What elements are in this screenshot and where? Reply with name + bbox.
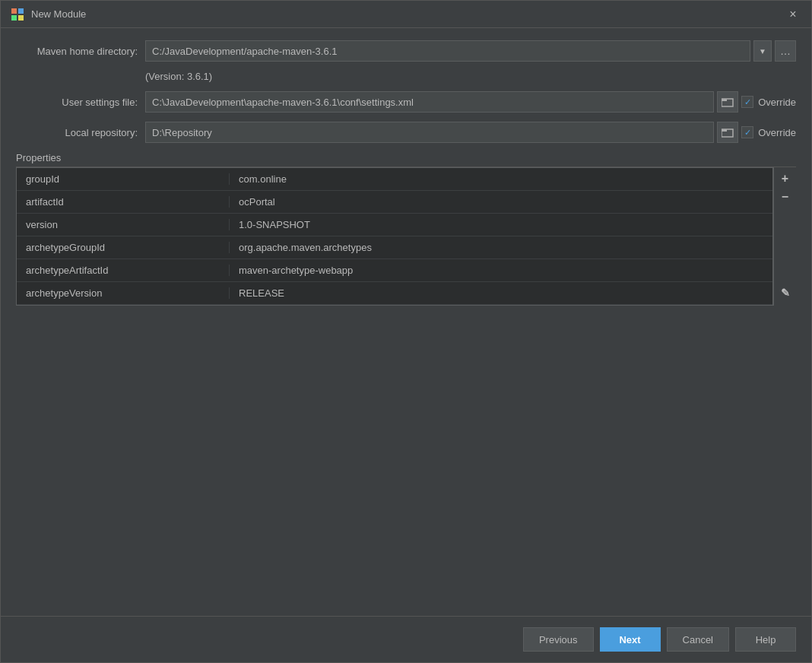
properties-section-header: Properties [16, 152, 796, 167]
prop-value: com.online [230, 173, 772, 185]
properties-table: groupId com.online artifactId ocPortal v… [16, 167, 773, 306]
svg-rect-3 [18, 15, 24, 21]
maven-version-text: (Version: 3.6.1) [145, 71, 796, 82]
local-repo-label: Local repository: [16, 127, 138, 138]
help-button[interactable]: Help [735, 627, 796, 652]
button-bar: Previous Next Cancel Help [1, 616, 811, 662]
table-row[interactable]: archetypeArtifactId maven-archetype-weba… [17, 259, 772, 282]
prop-key: version [17, 219, 230, 230]
user-settings-row: User settings file: ✓ Override [16, 91, 796, 113]
properties-table-container: groupId com.online artifactId ocPortal v… [16, 167, 796, 306]
user-settings-input-group: ✓ Override [145, 91, 796, 113]
maven-home-field[interactable] [145, 40, 750, 62]
svg-rect-1 [18, 8, 24, 14]
prop-value: maven-archetype-webapp [230, 265, 772, 276]
prop-key: groupId [17, 173, 230, 185]
prop-value: 1.0-SNAPSHOT [230, 219, 772, 230]
title-bar-left: New Module [10, 7, 86, 22]
close-button[interactable]: × [784, 5, 802, 24]
prop-key: artifactId [17, 196, 230, 208]
local-repo-field[interactable] [145, 122, 714, 143]
maven-home-row: Maven home directory: ▼ … [16, 40, 796, 62]
prop-value: RELEASE [230, 287, 772, 299]
prop-value: org.apache.maven.archetypes [230, 242, 772, 253]
new-module-dialog: New Module × Maven home directory: ▼ … (… [0, 0, 812, 663]
svg-rect-0 [11, 8, 17, 14]
user-settings-override-group: ✓ Override [741, 96, 796, 108]
cancel-button[interactable]: Cancel [667, 627, 729, 652]
user-settings-override-label: Override [758, 97, 796, 108]
next-button[interactable]: Next [600, 627, 661, 652]
maven-home-label: Maven home directory: [16, 46, 138, 57]
local-repo-override-label: Override [758, 127, 796, 138]
title-bar: New Module × [1, 1, 811, 28]
user-settings-browse-btn[interactable] [717, 91, 738, 113]
local-repo-row: Local repository: ✓ Override [16, 122, 796, 143]
remove-property-btn[interactable]: − [777, 189, 794, 205]
prop-key: archetypeArtifactId [17, 265, 230, 276]
maven-home-browse-btn[interactable]: … [775, 40, 796, 62]
svg-rect-5 [722, 99, 727, 101]
table-row[interactable]: archetypeGroupId org.apache.maven.archet… [17, 236, 772, 259]
prop-key: archetypeVersion [17, 287, 230, 299]
local-repo-override-checkbox[interactable]: ✓ [741, 126, 753, 138]
properties-section: Properties groupId com.online artifactId… [16, 152, 796, 306]
module-icon [10, 7, 25, 22]
previous-button[interactable]: Previous [523, 627, 594, 652]
add-property-btn[interactable]: + [777, 170, 794, 187]
dialog-title: New Module [31, 8, 86, 20]
table-row[interactable]: artifactId ocPortal [17, 191, 772, 214]
user-settings-override-checkbox[interactable]: ✓ [741, 96, 753, 108]
prop-key: archetypeGroupId [17, 242, 230, 253]
user-settings-label: User settings file: [16, 97, 138, 108]
svg-rect-7 [722, 129, 727, 132]
table-row[interactable]: archetypeVersion RELEASE [17, 282, 772, 305]
prop-value: ocPortal [230, 196, 772, 208]
user-settings-field[interactable] [145, 91, 714, 113]
table-row[interactable]: groupId com.online [17, 168, 772, 191]
local-repo-browse-btn[interactable] [717, 122, 738, 143]
local-repo-override-group: ✓ Override [741, 126, 796, 138]
svg-rect-2 [11, 15, 17, 21]
edit-property-btn[interactable]: ✎ [777, 284, 794, 301]
maven-home-dropdown-btn[interactable]: ▼ [753, 40, 772, 62]
main-content: Maven home directory: ▼ … (Version: 3.6.… [1, 28, 811, 616]
maven-home-input-group: ▼ … [145, 40, 796, 62]
local-repo-input-group: ✓ Override [145, 122, 796, 143]
table-row[interactable]: version 1.0-SNAPSHOT [17, 214, 772, 236]
properties-actions: + − ✎ [773, 167, 796, 306]
